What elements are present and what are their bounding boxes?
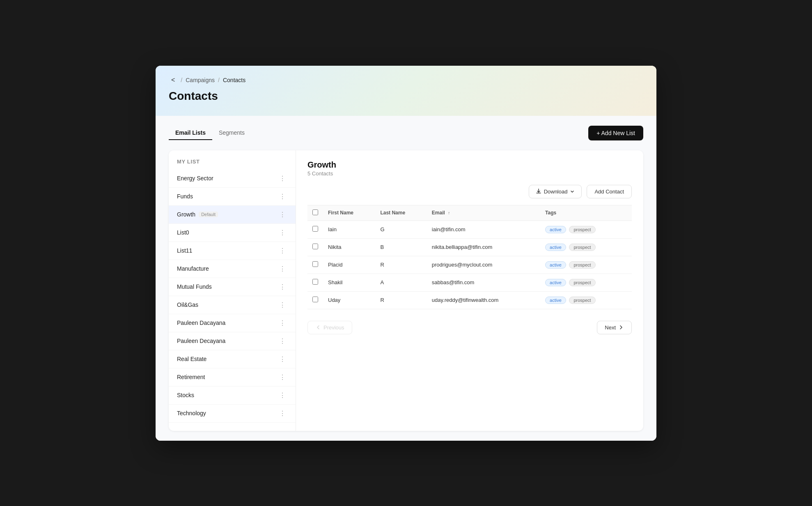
list-item-menu-stocks[interactable]: ⋮ xyxy=(278,391,287,400)
breadcrumb-campaigns[interactable]: Campaigns xyxy=(186,77,215,83)
list-item-menu-pd1[interactable]: ⋮ xyxy=(278,318,287,328)
list-item-menu-list11[interactable]: ⋮ xyxy=(278,246,287,255)
cell-email: prodrigues@myclout.com xyxy=(427,256,540,274)
list-item-label: Retirement xyxy=(177,374,205,380)
breadcrumb-current: Contacts xyxy=(223,77,245,83)
tag-active: active xyxy=(545,297,566,304)
tab-email-lists[interactable]: Email Lists xyxy=(169,126,212,140)
cell-email: sabbas@tifin.com xyxy=(427,274,540,291)
tabs-row: Email Lists Segments + Add New List xyxy=(169,126,643,140)
sidebar-title: My List xyxy=(169,159,296,170)
next-button[interactable]: Next xyxy=(597,321,632,334)
row-checkbox-nikita[interactable] xyxy=(312,244,318,249)
list-item-label-growth: Growth xyxy=(177,211,195,218)
list-item-label: Real Estate xyxy=(177,356,206,362)
list-item-menu-mutual[interactable]: ⋮ xyxy=(278,282,287,292)
previous-label: Previous xyxy=(323,324,344,331)
list-item[interactable]: Funds ⋮ xyxy=(169,188,296,206)
list-item[interactable]: Oil&Gas ⋮ xyxy=(169,296,296,314)
col-first-name: First Name xyxy=(323,205,375,221)
list-item-menu-list0[interactable]: ⋮ xyxy=(278,228,287,237)
select-all-header xyxy=(307,205,323,221)
row-checkbox-shakil[interactable] xyxy=(312,279,318,285)
list-item[interactable]: List0 ⋮ xyxy=(169,224,296,242)
app-window: < / Campaigns / Contacts Contacts Email … xyxy=(156,66,656,441)
main-content: Email Lists Segments + Add New List My L… xyxy=(156,116,656,441)
arrow-left-icon xyxy=(315,324,321,330)
select-all-checkbox[interactable] xyxy=(312,209,318,215)
list-item[interactable]: Stocks ⋮ xyxy=(169,386,296,405)
list-item-label: Energy Sector xyxy=(177,175,213,182)
tabs: Email Lists Segments xyxy=(169,126,251,140)
row-checkbox-cell xyxy=(307,274,323,291)
add-new-list-button[interactable]: + Add New List xyxy=(588,126,643,140)
list-item-menu-pd2[interactable]: ⋮ xyxy=(278,336,287,346)
list-item[interactable]: Mutual Funds ⋮ xyxy=(169,278,296,296)
cell-tags: active prospect xyxy=(540,221,632,238)
list-item-label: Stocks xyxy=(177,392,194,398)
download-button[interactable]: Download xyxy=(529,185,582,198)
contacts-table: First Name Last Name Email ↑ Tags xyxy=(307,205,632,309)
list-item[interactable]: List11 ⋮ xyxy=(169,242,296,260)
list-item-menu-growth[interactable]: ⋮ xyxy=(278,210,287,219)
row-checkbox-cell xyxy=(307,256,323,274)
tag-prospect: prospect xyxy=(569,244,595,251)
tag-active: active xyxy=(545,261,566,269)
list-item-label: List0 xyxy=(177,229,189,236)
list-item-menu-energy[interactable]: ⋮ xyxy=(278,174,287,183)
list-item[interactable]: Energy Sector ⋮ xyxy=(169,170,296,188)
tab-segments[interactable]: Segments xyxy=(212,126,251,140)
tag-active: active xyxy=(545,244,566,251)
list-item-label: Pauleen Decayana xyxy=(177,338,225,344)
list-item-label: Technology xyxy=(177,410,206,416)
add-contact-button[interactable]: Add Contact xyxy=(587,185,632,198)
list-item[interactable]: Manufacture ⋮ xyxy=(169,260,296,278)
col-tags: Tags xyxy=(540,205,632,221)
sidebar: My List Energy Sector ⋮ Funds ⋮ Growth D… xyxy=(169,150,296,431)
table-row: Placid R prodrigues@myclout.com active p… xyxy=(307,256,632,274)
list-item-label: Oil&Gas xyxy=(177,301,198,308)
sort-icon: ↑ xyxy=(448,211,450,215)
cell-first-name: Nikita xyxy=(323,238,375,256)
breadcrumb-separator-2: / xyxy=(218,77,220,83)
list-item-menu-oilgas[interactable]: ⋮ xyxy=(278,300,287,310)
list-item[interactable]: Real Estate ⋮ xyxy=(169,350,296,368)
header-bg: < / Campaigns / Contacts Contacts xyxy=(156,66,656,116)
arrow-right-icon xyxy=(618,324,624,330)
tag-active: active xyxy=(545,226,566,233)
cell-tags: active prospect xyxy=(540,238,632,256)
row-checkbox-iain[interactable] xyxy=(312,226,318,232)
list-item-menu-funds[interactable]: ⋮ xyxy=(278,192,287,201)
cell-last-name: R xyxy=(375,256,427,274)
cell-email: nikita.belliappa@tifin.com xyxy=(427,238,540,256)
list-item-menu-retirement[interactable]: ⋮ xyxy=(278,373,287,382)
list-item-label: List11 xyxy=(177,247,192,254)
previous-button[interactable]: Previous xyxy=(307,321,352,334)
panel-title: Growth xyxy=(307,160,632,170)
list-item-menu-realestate[interactable]: ⋮ xyxy=(278,354,287,364)
col-email[interactable]: Email ↑ xyxy=(427,205,540,221)
breadcrumb: < / Campaigns / Contacts xyxy=(169,76,643,85)
list-item-menu-tech[interactable]: ⋮ xyxy=(278,409,287,418)
main-panel: Growth 5 Contacts Download Add Contact xyxy=(296,150,643,431)
list-item-label: Pauleen Dacayana xyxy=(177,320,225,326)
list-item[interactable]: Technology ⋮ xyxy=(169,405,296,423)
cell-first-name: Placid xyxy=(323,256,375,274)
row-checkbox-uday[interactable] xyxy=(312,297,318,302)
back-button[interactable]: < xyxy=(169,76,177,85)
cell-email: iain@tifin.com xyxy=(427,221,540,238)
page-title: Contacts xyxy=(169,90,643,103)
list-item-label: Manufacture xyxy=(177,265,209,272)
list-item[interactable]: Pauleen Decayana ⋮ xyxy=(169,332,296,350)
table-row: Shakil A sabbas@tifin.com active prospec… xyxy=(307,274,632,291)
next-label: Next xyxy=(605,324,616,331)
list-item-menu-manufacture[interactable]: ⋮ xyxy=(278,264,287,274)
tag-prospect: prospect xyxy=(569,226,595,233)
chevron-down-icon xyxy=(570,189,575,194)
row-checkbox-placid[interactable] xyxy=(312,261,318,267)
cell-first-name: Iain xyxy=(323,221,375,238)
list-item-growth[interactable]: Growth Default ⋮ xyxy=(169,206,296,224)
tag-prospect: prospect xyxy=(569,261,595,269)
list-item[interactable]: Retirement ⋮ xyxy=(169,368,296,386)
list-item[interactable]: Pauleen Dacayana ⋮ xyxy=(169,314,296,332)
